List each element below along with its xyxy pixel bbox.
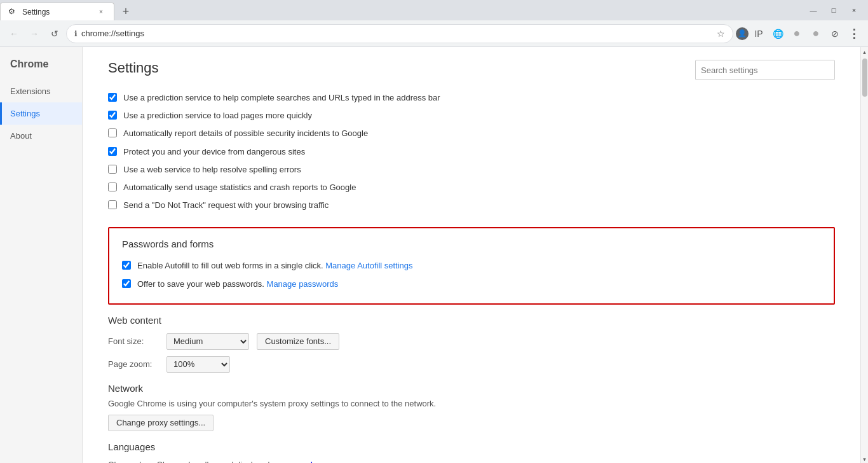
- do-not-track-label: Send a "Do Not Track" request with your …: [123, 200, 329, 211]
- font-size-label: Font size:: [108, 336, 159, 346]
- spelling-checkbox[interactable]: [108, 165, 117, 174]
- autofill-row: Enable Autofill to fill out web forms in…: [122, 257, 821, 275]
- scroll-up-button[interactable]: ▲: [862, 48, 868, 56]
- address-bar[interactable]: ℹ chrome://settings ☆: [66, 24, 733, 43]
- page-zoom-row: Page zoom: 75% 90% 100% 110% 125% 150%: [108, 356, 835, 373]
- active-tab[interactable]: ⚙ Settings ×: [0, 3, 114, 20]
- browser-frame: ⚙ Settings × + — □ × ← → ↺ ℹ chrome://se…: [0, 0, 868, 463]
- title-bar: ⚙ Settings × + — □ ×: [0, 0, 868, 20]
- sidebar: Chrome Extensions Settings About: [0, 47, 83, 463]
- spelling-label: Use a web service to help resolve spelli…: [123, 164, 301, 176]
- passwords-section-box: Passwords and forms Enable Autofill to f…: [108, 227, 835, 304]
- passwords-section-title: Passwords and forms: [122, 238, 821, 249]
- tab-strip: ⚙ Settings × +: [0, 3, 799, 20]
- change-proxy-button[interactable]: Change proxy settings...: [108, 415, 214, 431]
- save-passwords-checkbox[interactable]: [122, 279, 131, 288]
- languages-section: Languages Change how Chrome handles and …: [108, 441, 835, 463]
- network-section: Network Google Chrome is using your comp…: [108, 383, 835, 431]
- shield-slash-button[interactable]: ⊘: [826, 25, 844, 43]
- save-passwords-label: Offer to save your web passwords. Manage…: [137, 279, 338, 290]
- address-url: chrome://settings: [81, 29, 713, 38]
- do-not-track-checkbox[interactable]: [108, 200, 117, 209]
- scrollbar-track: ▲ ▼: [860, 47, 868, 463]
- checkbox-row-protect-dangerous: Protect you and your device from dangero…: [108, 143, 835, 161]
- learn-more-link[interactable]: Learn more: [311, 460, 353, 463]
- usage-stats-checkbox[interactable]: [108, 183, 117, 191]
- checkbox-row-spelling: Use a web service to help resolve spelli…: [108, 161, 835, 179]
- sidebar-item-settings[interactable]: Settings: [0, 102, 82, 125]
- tab-title: Settings: [22, 8, 92, 17]
- font-size-select[interactable]: Very small Small Medium Large Very large: [166, 333, 249, 350]
- ip-button[interactable]: IP: [750, 25, 768, 43]
- manage-passwords-link[interactable]: Manage passwords: [267, 279, 339, 289]
- languages-title: Languages: [108, 441, 835, 452]
- bookmark-star-icon[interactable]: ☆: [717, 29, 725, 39]
- report-security-checkbox[interactable]: [108, 128, 117, 137]
- sidebar-item-extensions[interactable]: Extensions: [0, 80, 82, 102]
- checkbox-row-prediction-pages: Use a prediction service to load pages m…: [108, 107, 835, 125]
- lock-icon: ℹ: [74, 29, 78, 38]
- usage-stats-label: Automatically send usage statistics and …: [123, 182, 356, 193]
- report-security-label: Automatically report details of possible…: [123, 128, 368, 139]
- customize-fonts-button[interactable]: Customize fonts...: [257, 333, 339, 350]
- save-passwords-row: Offer to save your web passwords. Manage…: [122, 275, 821, 293]
- sidebar-logo: Chrome: [0, 53, 82, 80]
- manage-autofill-link[interactable]: Manage Autofill settings: [325, 261, 412, 270]
- more-menu-button[interactable]: ⋮: [845, 25, 863, 43]
- sidebar-extensions-label: Extensions: [10, 86, 51, 96]
- ext-gray2-button[interactable]: ●: [807, 25, 825, 43]
- prediction-pages-label: Use a prediction service to load pages m…: [123, 110, 312, 121]
- prediction-searches-label: Use a prediction service to help complet…: [123, 92, 440, 104]
- toolbar: ← → ↺ ℹ chrome://settings ☆ 👤 IP 🌐 ● ● ⊘…: [0, 20, 868, 47]
- languages-description: Change how Chrome handles and displays l…: [108, 460, 835, 463]
- network-title: Network: [108, 383, 835, 394]
- checkbox-row-usage-stats: Automatically send usage statistics and …: [108, 179, 835, 197]
- window-controls: — □ ×: [799, 0, 868, 20]
- main-content: Chrome Extensions Settings About Setting…: [0, 47, 868, 463]
- globe-button[interactable]: 🌐: [769, 25, 787, 43]
- prediction-pages-checkbox[interactable]: [108, 111, 117, 120]
- tab-favicon: ⚙: [8, 7, 18, 17]
- web-content-title: Web content: [108, 315, 835, 326]
- font-size-row: Font size: Very small Small Medium Large…: [108, 333, 835, 350]
- general-settings-section: Use a prediction service to help complet…: [108, 89, 835, 214]
- profile-icon[interactable]: 👤: [736, 27, 749, 40]
- protect-dangerous-label: Protect you and your device from dangero…: [123, 146, 305, 158]
- page-zoom-select[interactable]: 75% 90% 100% 110% 125% 150%: [166, 356, 230, 373]
- content-area[interactable]: Settings Use a prediction service to hel…: [83, 47, 860, 463]
- minimize-button[interactable]: —: [804, 3, 822, 17]
- ext-gray1-button[interactable]: ●: [788, 25, 806, 43]
- prediction-searches-checkbox[interactable]: [108, 93, 117, 102]
- toolbar-actions: 👤 IP 🌐 ● ● ⊘ ⋮: [736, 25, 863, 43]
- autofill-checkbox[interactable]: [122, 261, 131, 270]
- web-content-section: Web content Font size: Very small Small …: [108, 315, 835, 373]
- back-button[interactable]: ←: [5, 25, 23, 43]
- search-input[interactable]: [695, 60, 835, 80]
- scroll-down-button[interactable]: ▼: [862, 455, 868, 463]
- protect-dangerous-checkbox[interactable]: [108, 147, 117, 156]
- maximize-button[interactable]: □: [825, 3, 843, 17]
- autofill-label: Enable Autofill to fill out web forms in…: [137, 260, 413, 272]
- forward-button[interactable]: →: [25, 25, 43, 43]
- scrollbar-thumb[interactable]: [862, 59, 867, 97]
- sidebar-settings-label: Settings: [10, 109, 40, 118]
- sidebar-about-label: About: [10, 131, 32, 141]
- search-box: [695, 60, 835, 80]
- new-tab-button[interactable]: +: [117, 3, 135, 20]
- checkbox-row-do-not-track: Send a "Do Not Track" request with your …: [108, 197, 835, 214]
- page-zoom-label: Page zoom:: [108, 359, 159, 369]
- sidebar-item-about[interactable]: About: [0, 125, 82, 147]
- network-description: Google Chrome is using your computer's s…: [108, 399, 835, 408]
- close-button[interactable]: ×: [845, 3, 863, 17]
- checkbox-row-report-security: Automatically report details of possible…: [108, 125, 835, 142]
- checkbox-row-prediction-searches: Use a prediction service to help complet…: [108, 89, 835, 107]
- refresh-button[interactable]: ↺: [46, 25, 64, 43]
- tab-close-button[interactable]: ×: [96, 7, 106, 17]
